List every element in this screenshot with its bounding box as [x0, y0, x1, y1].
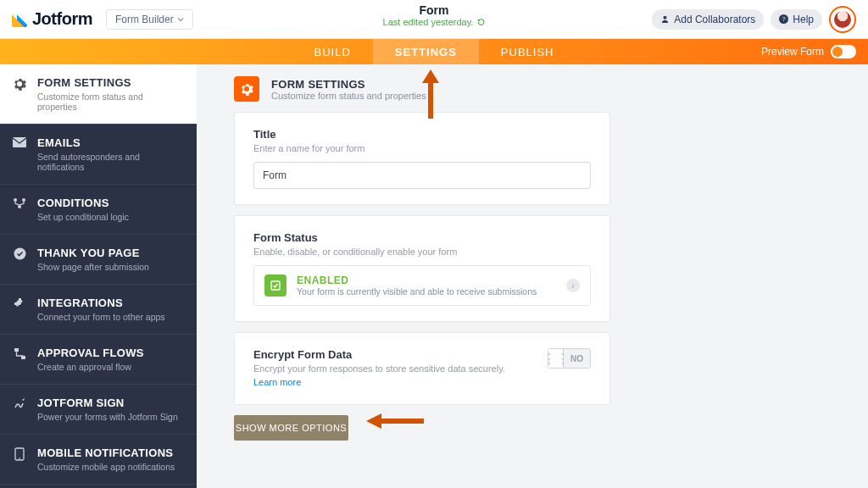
show-more-options-button[interactable]: SHOW MORE OPTIONS	[234, 415, 348, 441]
sidebar: FORM SETTINGSCustomize form status and p…	[0, 64, 197, 488]
status-title: ENABLED	[297, 274, 537, 286]
svg-point-0	[664, 16, 667, 19]
sidebar-item-thank-you[interactable]: THANK YOU PAGEShow page after submission	[0, 235, 197, 285]
form-title[interactable]: Form	[383, 3, 486, 17]
avatar[interactable]	[829, 6, 856, 33]
sidebar-item-emails[interactable]: EMAILSSend autoresponders and notificati…	[0, 125, 197, 185]
panel-subtitle: Customize form status and properties	[271, 91, 426, 101]
annotation-arrow-right-icon	[366, 408, 426, 434]
top-bar: Jotform Form Builder Form Last edited ye…	[0, 0, 868, 39]
signature-icon	[12, 397, 27, 410]
last-edited: Last edited yesterday.	[383, 17, 486, 27]
gear-icon	[234, 76, 259, 102]
status-label: Form Status	[253, 231, 591, 244]
encrypt-toggle-label: NO	[564, 349, 590, 368]
mobile-icon	[12, 447, 27, 461]
title-help: Enter a name for your form	[253, 143, 591, 153]
sidebar-item-approval-flows[interactable]: APPROVAL FLOWSCreate an approval flow	[0, 335, 197, 385]
person-icon	[660, 14, 670, 24]
logo-text: Jotform	[32, 9, 92, 29]
sidebar-item-integrations[interactable]: INTEGRATIONSConnect your form to other a…	[0, 285, 197, 335]
learn-more-link[interactable]: Learn more	[253, 377, 301, 387]
annotation-arrow-down-icon	[414, 69, 448, 120]
add-collaborators-button[interactable]: Add Collaborators	[652, 9, 764, 30]
chevron-right-icon: ›	[566, 279, 580, 292]
svg-rect-12	[271, 281, 280, 290]
svg-point-11	[19, 458, 20, 459]
svg-rect-3	[13, 137, 26, 147]
logo-icon	[12, 12, 27, 27]
status-selector[interactable]: ENABLED Your form is currently visible a…	[253, 265, 591, 306]
grip-icon: ⋮⋮	[548, 349, 564, 368]
title-input[interactable]	[253, 162, 591, 189]
svg-text:?: ?	[782, 15, 786, 23]
logo[interactable]: Jotform	[12, 9, 92, 29]
tab-publish[interactable]: PUBLISH	[479, 39, 576, 64]
sidebar-item-conditions[interactable]: CONDITIONSSet up conditional logic	[0, 185, 197, 235]
sidebar-item-label: INTEGRATIONS	[37, 297, 165, 309]
sidebar-item-label: FORM SETTINGS	[37, 76, 185, 89]
enabled-icon	[264, 274, 287, 297]
status-card: Form Status Enable, disable, or conditio…	[234, 215, 610, 322]
form-builder-dropdown[interactable]: Form Builder	[106, 9, 193, 30]
mail-icon	[12, 137, 27, 147]
branch-icon	[12, 197, 27, 209]
encrypt-label: Encrypt Form Data	[253, 348, 548, 361]
sidebar-item-label: APPROVAL FLOWS	[37, 347, 144, 359]
svg-point-4	[14, 198, 17, 202]
sidebar-item-mobile-notifications[interactable]: MOBILE NOTIFICATIONSCustomize mobile app…	[0, 435, 197, 485]
chevron-down-icon	[177, 16, 184, 23]
sidebar-item-label: MOBILE NOTIFICATIONS	[37, 446, 175, 459]
check-circle-icon	[12, 247, 27, 260]
form-builder-label: Form Builder	[115, 14, 174, 25]
question-icon: ?	[779, 14, 788, 24]
encrypt-card: Encrypt Form Data Encrypt your form resp…	[234, 332, 610, 405]
help-button[interactable]: ? Help	[771, 9, 822, 30]
svg-rect-8	[14, 348, 19, 352]
sidebar-item-label: EMAILS	[37, 136, 185, 149]
sidebar-item-form-settings[interactable]: FORM SETTINGSCustomize form status and p…	[0, 64, 197, 125]
sidebar-item-label: CONDITIONS	[37, 197, 129, 209]
preview-toggle[interactable]	[831, 45, 856, 58]
sidebar-item-jotform-sign[interactable]: JOTFORM SIGNPower your forms with Jotfor…	[0, 385, 197, 435]
encrypt-toggle[interactable]: ⋮⋮ NO	[548, 348, 591, 369]
status-help: Enable, disable, or conditionally enable…	[253, 247, 591, 257]
title-card: Title Enter a name for your form	[234, 112, 610, 205]
revert-icon[interactable]	[476, 18, 485, 26]
gear-icon	[12, 77, 27, 91]
puzzle-icon	[12, 297, 27, 310]
panel-title: FORM SETTINGS	[271, 78, 426, 91]
sidebar-item-label: THANK YOU PAGE	[37, 247, 149, 259]
status-sub: Your form is currently visible and able …	[297, 286, 537, 297]
tab-bar: BUILD SETTINGS PUBLISH Preview Form	[0, 39, 868, 64]
title-label: Title	[253, 128, 591, 141]
main-panel: FORM SETTINGS Customize form status and …	[197, 64, 868, 488]
sidebar-item-label: JOTFORM SIGN	[37, 396, 178, 409]
top-center: Form Last edited yesterday.	[383, 3, 486, 27]
avatar-image	[834, 11, 851, 28]
svg-point-5	[22, 198, 25, 202]
encrypt-help: Encrypt your form responses to store sen…	[253, 363, 548, 374]
flow-icon	[12, 347, 27, 360]
svg-marker-14	[422, 69, 439, 83]
preview-form-label: Preview Form	[761, 46, 824, 58]
tab-build[interactable]: BUILD	[292, 39, 373, 64]
svg-marker-16	[366, 413, 381, 429]
tab-settings[interactable]: SETTINGS	[373, 39, 479, 64]
